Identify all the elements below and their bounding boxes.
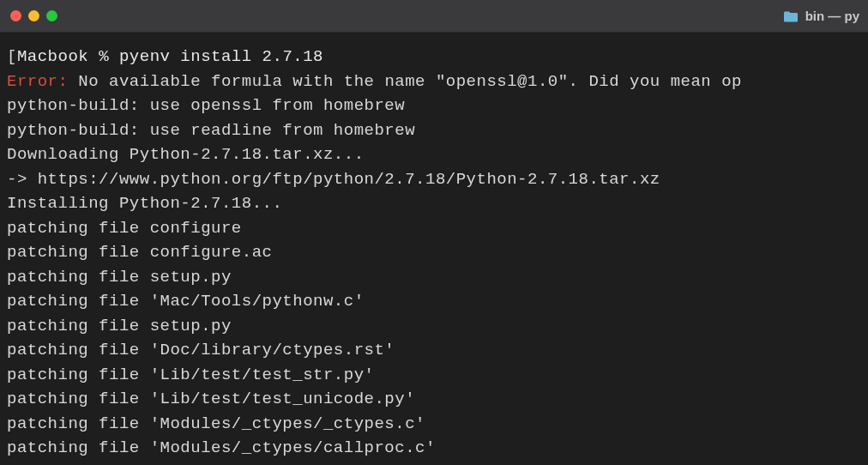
maximize-icon[interactable] [46,10,57,21]
output-line: patching file 'Doc/library/ctypes.rst' [7,338,861,363]
output-line: patching file configure [7,216,861,241]
output-line: patching file setup.py [7,314,861,339]
output-line: Installing Python-2.7.18... [7,191,861,216]
output-line: patching file 'Lib/test/test_unicode.py' [7,387,861,412]
terminal-output[interactable]: [Macbook % pyenv install 2.7.18 Error: N… [0,33,868,465]
output-line: Downloading Python-2.7.18.tar.xz... [7,142,861,167]
output-line: -> https://www.python.org/ftp/python/2.7… [7,167,861,192]
window-title: bin — py [783,9,859,23]
output-line: patching file 'Lib/test/test_str.py' [7,363,861,388]
output-line: patching file setup.py [7,265,861,290]
command-line: [Macbook % pyenv install 2.7.18 [7,45,861,69]
output-line: patching file 'Modules/_ctypes/_ctypes.c… [7,412,861,437]
window-titlebar: bin — py [0,0,868,33]
error-line: Error: No available formula with the nam… [7,69,861,94]
error-label: Error: [7,72,68,91]
output-lines: python-build: use openssl from homebrewp… [7,94,861,465]
close-icon[interactable] [10,10,21,21]
output-line: python-build: use readline from homebrew [7,118,861,143]
prompt-symbol: % [99,47,109,66]
error-message: No available formula with the name "open… [68,72,742,91]
traffic-lights [10,10,57,21]
output-line: patching file 'Modules/_ctypes/ctypes.h' [7,461,861,466]
output-line: patching file configure.ac [7,240,861,265]
folder-icon [783,10,799,22]
output-line: patching file 'Mac/Tools/pythonw.c' [7,289,861,314]
command-text: pyenv install 2.7.18 [119,47,323,66]
prompt-host: Macbook [17,47,88,66]
output-line: python-build: use openssl from homebrew [7,94,861,118]
minimize-icon[interactable] [28,10,39,21]
output-line: patching file 'Modules/_ctypes/callproc.… [7,436,861,461]
window-title-text: bin — py [805,9,859,23]
